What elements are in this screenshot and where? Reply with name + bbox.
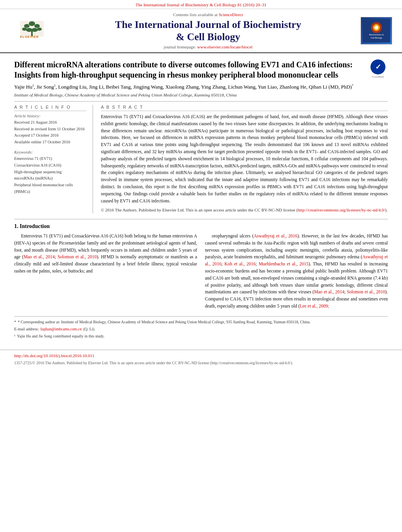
footnote-email-label: E-mail address: bbox=[14, 326, 39, 332]
doi-line: http://dx.doi.org/10.1016/j.biocel.2016.… bbox=[14, 352, 388, 360]
intro-para-2: oropharyngeal ulcers (Aswathyraj et al.,… bbox=[205, 233, 388, 310]
received-revised-date: Received in revised form 11 October 2016 bbox=[14, 126, 86, 133]
page-footer: http://dx.doi.org/10.1016/j.biocel.2016.… bbox=[0, 350, 402, 369]
journal-logo-area: Biochemistry & Cell Biology bbox=[359, 17, 394, 44]
crossmark-badge: ✓ CrossMark bbox=[368, 59, 388, 78]
svg-point-2 bbox=[24, 24, 30, 28]
abstract-body: Enterovirus 71 (EV71) and Coxsackievirus… bbox=[101, 113, 388, 205]
intro-col-left: Enterovirus 71 (EV71) and Coxsackievirus… bbox=[14, 233, 197, 312]
ref-muehlen-2015[interactable]: Muehlenbachs et al., 2015 bbox=[259, 261, 308, 266]
accepted-date: Accepted 17 October 2016 bbox=[14, 132, 86, 139]
journal-citation-text: The International Journal of Biochemistr… bbox=[136, 2, 266, 7]
intro-col-right: oropharyngeal ulcers (Aswathyraj et al.,… bbox=[205, 233, 388, 312]
article-content: Different microRNA alterations contribut… bbox=[0, 53, 402, 347]
history-heading: Article history: bbox=[14, 113, 86, 118]
footnotes-section: * * Corresponding author at: Institute o… bbox=[14, 316, 388, 339]
received-date: Received 21 August 2016 bbox=[14, 119, 86, 126]
journal-header: ELSEVIER Contents lists available at Sci… bbox=[0, 9, 402, 53]
doi-link[interactable]: http://dx.doi.org/10.1016/j.biocel.2016.… bbox=[14, 353, 94, 358]
ref-mao-2014b[interactable]: Mao et al., 2014 bbox=[314, 289, 344, 294]
sciencedirect-link[interactable]: ScienceDirect bbox=[219, 12, 243, 17]
divider bbox=[14, 101, 388, 102]
journal-title: The International Journal of Biochemistr… bbox=[61, 19, 355, 43]
svg-point-13 bbox=[374, 26, 378, 30]
ref-solomon-2010[interactable]: Solomon et al., 2010 bbox=[58, 254, 97, 259]
svg-point-1 bbox=[29, 21, 35, 26]
footnote-corresponding-text: * Corresponding author at: Institute of … bbox=[18, 319, 311, 325]
keywords-block: Keywords: Enterovirus 71 (EV71) Coxsacki… bbox=[14, 150, 86, 195]
article-info-label: A R T I C L E I N F O bbox=[14, 105, 86, 111]
crossmark-label: CrossMark bbox=[372, 75, 384, 78]
info-abstract-columns: A R T I C L E I N F O Article history: R… bbox=[14, 105, 388, 213]
author-affiliation: Institute of Medical Biology, Chinese Ac… bbox=[14, 93, 388, 97]
contents-link: Contents lists available at ScienceDirec… bbox=[61, 12, 355, 17]
svg-point-3 bbox=[34, 24, 40, 28]
footnote-1-symbol: ¹ bbox=[14, 333, 15, 339]
footnote-email-link[interactable]: liqihan@imbcams.com.cn bbox=[40, 326, 82, 332]
ref-lee-2009[interactable]: Lee et al., 2009; bbox=[300, 304, 329, 308]
keyword-2: Coxsackievirus A16 (CA16) bbox=[14, 162, 86, 169]
keyword-5: Peripheral blood mononuclear cells(PBMCs… bbox=[14, 182, 86, 195]
license-line: 1357-2725/© 2016 The Authors. Published … bbox=[14, 360, 388, 366]
svg-text:Cell Biology: Cell Biology bbox=[370, 37, 382, 39]
journal-homepage-link[interactable]: www.elsevier.com/locate/biocel bbox=[197, 44, 252, 49]
abstract-copyright: © 2016 The Authors. Published by Elsevie… bbox=[101, 207, 388, 213]
cc-license-link[interactable]: http://creativecommons.org/licenses/by-n… bbox=[298, 208, 385, 212]
journal-citation-bar: The International Journal of Biochemistr… bbox=[0, 0, 402, 9]
footnote-equal-text: Yajie Hu and Jie Song contributed equall… bbox=[17, 333, 104, 339]
authors-line: Yajie Hu1, Jie Song1, Longding Liu, Jing… bbox=[14, 83, 388, 91]
article-title-section: Different microRNA alterations contribut… bbox=[14, 57, 388, 80]
journal-header-center: Contents lists available at ScienceDirec… bbox=[58, 12, 359, 49]
article-title: Different microRNA alterations contribut… bbox=[14, 59, 368, 80]
footnote-equal-contrib: ¹ Yajie Hu and Jie Song contributed equa… bbox=[14, 333, 388, 339]
available-date: Available online 17 October 2016 bbox=[14, 139, 86, 146]
crossmark-icon: ✓ bbox=[370, 59, 385, 74]
ref-koh-2016[interactable]: Koh et al., 2016 bbox=[225, 261, 256, 266]
footnote-email: E-mail address: liqihan@imbcams.com.cn (… bbox=[14, 326, 388, 332]
ref-solomon-2010b[interactable]: Solomon et al., 2010 bbox=[347, 289, 385, 294]
journal-cover-logo: Biochemistry & Cell Biology bbox=[361, 17, 392, 44]
abstract-label: A B S T R A C T bbox=[101, 105, 388, 111]
ref-mao-2014[interactable]: Mao et al., 2014 bbox=[24, 254, 55, 259]
elsevier-logo: ELSEVIER bbox=[10, 19, 54, 43]
journal-homepage: journal homepage: www.elsevier.com/locat… bbox=[61, 44, 355, 49]
elsevier-branding: ELSEVIER bbox=[6, 19, 58, 43]
svg-text:ELSEVIER: ELSEVIER bbox=[20, 35, 39, 39]
keywords-heading: Keywords: bbox=[14, 150, 86, 154]
introduction-heading: 1. Introduction bbox=[14, 223, 388, 230]
keyword-3: High-throughput sequencing bbox=[14, 169, 86, 176]
footnote-star-symbol: * bbox=[14, 319, 16, 325]
intro-para-1: Enterovirus 71 (EV71) and Coxsackievirus… bbox=[14, 233, 197, 275]
footnote-corresponding: * * Corresponding author at: Institute o… bbox=[14, 319, 388, 325]
elsevier-tree-icon: ELSEVIER bbox=[18, 19, 46, 39]
svg-text:Biochemistry &: Biochemistry & bbox=[369, 33, 384, 36]
introduction-section: 1. Introduction Enterovirus 71 (EV71) an… bbox=[14, 219, 388, 312]
introduction-body-columns: Enterovirus 71 (EV71) and Coxsackievirus… bbox=[14, 233, 388, 312]
authors-text: Yajie Hu1, Jie Song1, Longding Liu, Jing… bbox=[14, 84, 354, 90]
article-history-block: Article history: Received 21 August 2016… bbox=[14, 113, 86, 146]
keyword-4: microRNAs (miRNAs) bbox=[14, 175, 86, 182]
journal-logo-image: Biochemistry & Cell Biology bbox=[363, 19, 390, 43]
article-info-column: A R T I C L E I N F O Article history: R… bbox=[14, 105, 93, 213]
ref-aswathyraj-2016a[interactable]: Aswathyraj et al., 2016 bbox=[253, 234, 297, 238]
abstract-column: A B S T R A C T Enterovirus 71 (EV71) an… bbox=[101, 105, 388, 213]
keyword-1: Enterovirus 71 (EV71) bbox=[14, 156, 86, 162]
page-wrapper: The International Journal of Biochemistr… bbox=[0, 0, 402, 532]
